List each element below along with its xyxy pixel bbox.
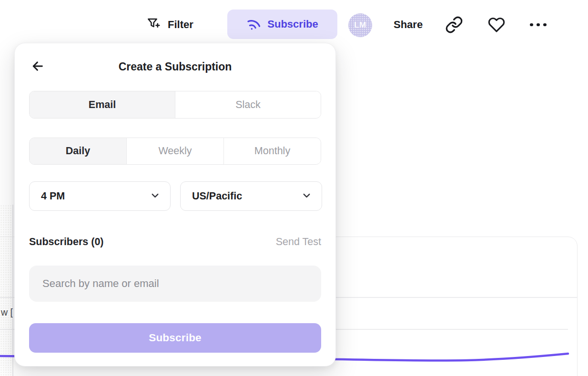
- chevron-down-icon: [150, 190, 161, 203]
- share-button[interactable]: Share: [394, 14, 423, 35]
- tab-slack[interactable]: Slack: [175, 91, 321, 118]
- app-canvas: w [ Filter Subscribe LM Shar: [0, 0, 588, 376]
- subscribe-submit-button[interactable]: Subscribe: [29, 323, 321, 353]
- user-avatar[interactable]: LM: [348, 13, 372, 37]
- rss-icon: [246, 16, 261, 33]
- subscribe-toolbar-label: Subscribe: [267, 18, 318, 30]
- copy-link-button[interactable]: [445, 16, 463, 36]
- ellipsis-icon: [537, 23, 540, 27]
- create-subscription-modal: Create a Subscription Email Slack Daily …: [14, 43, 336, 366]
- favorite-button[interactable]: [488, 16, 505, 35]
- frequency-tab-group: Daily Weekly Monthly: [29, 138, 321, 165]
- tab-daily[interactable]: Daily: [30, 138, 126, 164]
- subscribe-toolbar-button[interactable]: Subscribe: [227, 10, 337, 39]
- time-select[interactable]: 4 PM: [29, 181, 171, 211]
- channel-tab-group: Email Slack: [29, 91, 321, 119]
- filter-label: Filter: [168, 19, 193, 31]
- more-options-button[interactable]: [530, 14, 547, 35]
- modal-title: Create a Subscription: [15, 60, 335, 73]
- heart-icon: [488, 16, 505, 35]
- subscriber-search: [29, 266, 321, 302]
- timezone-select[interactable]: US/Pacific: [180, 181, 322, 211]
- avatar-initials: LM: [354, 20, 366, 30]
- chevron-down-icon: [301, 190, 312, 203]
- share-label: Share: [394, 19, 423, 31]
- filter-plus-icon: [146, 16, 161, 33]
- send-test-button[interactable]: Send Test: [276, 236, 321, 248]
- tab-monthly[interactable]: Monthly: [223, 138, 321, 164]
- subscribers-row: Subscribers (0) Send Test: [29, 235, 321, 248]
- time-select-value: 4 PM: [41, 190, 65, 202]
- link-icon: [445, 16, 463, 36]
- ellipsis-icon: [530, 23, 533, 27]
- ellipsis-icon: [543, 23, 547, 27]
- subscriber-search-input[interactable]: [29, 266, 321, 302]
- clipped-row-label: w [: [1, 307, 13, 318]
- timezone-select-value: US/Pacific: [192, 190, 242, 202]
- tab-weekly[interactable]: Weekly: [126, 138, 223, 164]
- tab-email[interactable]: Email: [30, 91, 175, 118]
- subscribers-count-label: Subscribers (0): [29, 236, 104, 248]
- filter-button[interactable]: Filter: [146, 14, 193, 35]
